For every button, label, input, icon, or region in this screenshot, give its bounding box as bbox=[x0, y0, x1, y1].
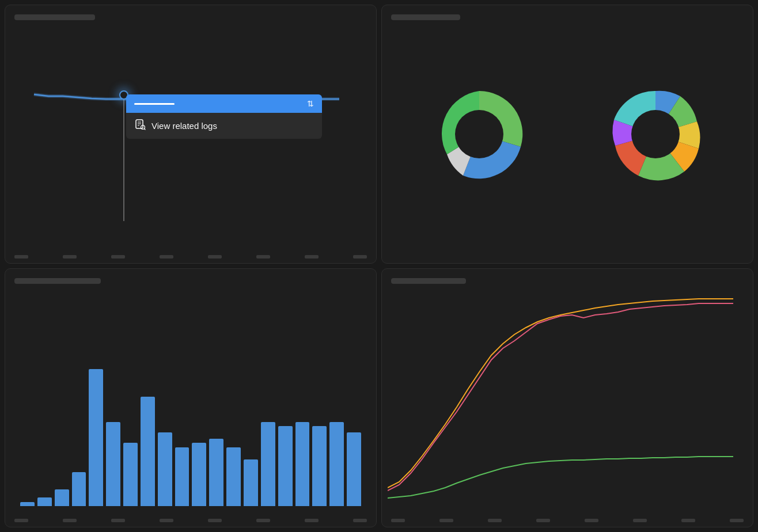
tooltip-popup: ⇅ View related logs bbox=[126, 94, 322, 139]
x-label bbox=[353, 255, 367, 259]
svg-point-7 bbox=[631, 110, 680, 158]
panel-title-bottom-right bbox=[391, 278, 466, 284]
bottom-right-panel bbox=[381, 268, 753, 527]
top-left-panel: ⇅ View related logs bbox=[5, 5, 377, 264]
multi-line-chart bbox=[388, 286, 747, 510]
x-label bbox=[63, 519, 77, 522]
x-label bbox=[681, 519, 695, 522]
x-label bbox=[305, 255, 319, 259]
multi-line-green bbox=[388, 457, 733, 498]
donut-chart-2 bbox=[604, 82, 707, 186]
tooltip-action-label[interactable]: View related logs bbox=[151, 121, 217, 131]
bar-5 bbox=[89, 369, 103, 506]
x-label bbox=[208, 519, 222, 522]
bar-9 bbox=[158, 432, 172, 506]
bar-20 bbox=[347, 432, 361, 506]
x-axis-labels-top-left bbox=[14, 255, 367, 259]
x-label bbox=[160, 519, 173, 522]
bar-10 bbox=[175, 447, 190, 506]
x-axis-labels-bottom-left bbox=[14, 519, 367, 522]
x-label bbox=[488, 519, 502, 522]
bar-11 bbox=[192, 443, 206, 506]
panel-title-bottom-left bbox=[14, 278, 101, 284]
svg-rect-8 bbox=[388, 286, 747, 510]
x-label bbox=[256, 519, 270, 522]
bar-12 bbox=[209, 439, 223, 506]
x-axis-labels-bottom-right bbox=[391, 519, 744, 522]
x-label bbox=[111, 519, 125, 522]
tooltip-body[interactable]: View related logs bbox=[126, 113, 322, 139]
x-label bbox=[391, 519, 405, 522]
bar-7 bbox=[123, 443, 138, 506]
chevron-updown-icon[interactable]: ⇅ bbox=[307, 99, 314, 108]
multi-line-orange bbox=[388, 299, 733, 488]
multi-line-red bbox=[388, 303, 733, 491]
bar-8 bbox=[141, 397, 155, 506]
tooltip-header-line bbox=[134, 103, 175, 105]
svg-line-5 bbox=[145, 129, 146, 130]
x-label bbox=[439, 519, 453, 522]
x-label bbox=[585, 519, 598, 522]
bar-1 bbox=[20, 502, 35, 506]
bar-14 bbox=[244, 459, 258, 506]
tooltip-vertical-line bbox=[123, 94, 124, 221]
x-label bbox=[160, 255, 173, 259]
x-label bbox=[111, 255, 125, 259]
top-right-panel bbox=[381, 5, 753, 264]
bar-chart bbox=[14, 295, 367, 518]
bar-4 bbox=[72, 472, 86, 506]
bar-18 bbox=[312, 426, 327, 506]
tooltip-header: ⇅ bbox=[126, 94, 322, 113]
bar-3 bbox=[55, 489, 69, 506]
bar-13 bbox=[226, 447, 241, 506]
bar-16 bbox=[278, 426, 293, 506]
bar-6 bbox=[106, 422, 120, 506]
x-label bbox=[208, 255, 222, 259]
bar-19 bbox=[329, 422, 344, 506]
x-label bbox=[14, 519, 28, 522]
panel-title-top-right bbox=[391, 14, 460, 20]
x-label bbox=[536, 519, 550, 522]
bar-15 bbox=[261, 422, 275, 506]
bar-2 bbox=[37, 497, 52, 506]
x-label bbox=[256, 255, 270, 259]
logs-icon bbox=[134, 119, 146, 133]
bottom-left-panel bbox=[5, 268, 377, 527]
x-label bbox=[353, 519, 367, 522]
svg-point-6 bbox=[455, 110, 503, 158]
x-label bbox=[14, 255, 28, 259]
bar-17 bbox=[295, 422, 310, 506]
x-label bbox=[63, 255, 77, 259]
x-label bbox=[633, 519, 647, 522]
x-label bbox=[730, 519, 744, 522]
x-label bbox=[305, 519, 319, 522]
donut-chart-1 bbox=[427, 82, 531, 186]
